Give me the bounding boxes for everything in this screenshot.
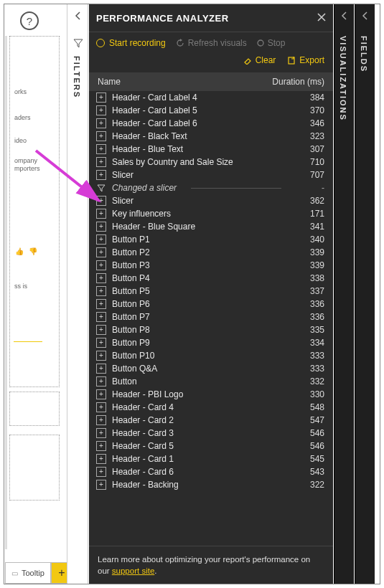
start-recording-button[interactable]: Start recording [96,38,166,48]
visual-placeholder[interactable] [9,392,60,426]
expand-row-button[interactable]: + [96,286,106,296]
clear-button[interactable]: Clear [243,55,276,65]
table-row[interactable]: + Sales by Country and Sale Size 710 [89,156,333,169]
expand-row-button[interactable]: + [96,93,106,103]
visual-placeholder[interactable]: orks aders ideo ompany mporters ss is [9,36,60,387]
table-row[interactable]: + Header - Blue Text 307 [89,143,333,156]
expand-row-button[interactable]: + [96,338,106,348]
expand-row-button[interactable]: + [96,260,106,270]
table-row[interactable]: + Button P8 335 [89,323,333,336]
expand-row-button[interactable]: + [96,325,106,335]
filters-icon[interactable] [67,32,89,54]
table-row[interactable]: + Button P10 333 [89,349,333,362]
results-list[interactable]: + Header - Card Label 4 384 + Header - C… [89,91,333,546]
fields-label: FIELDS [360,36,368,72]
table-row[interactable]: + Button P7 336 [89,310,333,323]
row-duration: 362 [281,196,324,206]
expand-row-button[interactable]: + [96,480,106,490]
expand-row-button[interactable]: + [96,144,106,154]
expand-row-button[interactable]: + [96,312,106,322]
page-tab-label: Tooltip [22,569,45,577]
expand-row-button[interactable]: + [96,364,106,374]
clear-label: Clear [256,55,276,65]
expand-row-button[interactable]: + [96,351,106,361]
expand-row-button[interactable]: + [96,105,106,115]
support-site-link[interactable]: support site [112,566,154,575]
expand-row-button[interactable]: + [96,454,106,464]
expand-row-button[interactable]: + [96,196,106,206]
table-row[interactable]: + Header - Card 4 548 [89,401,333,414]
expand-row-button[interactable]: + [96,415,106,425]
start-recording-label: Start recording [109,38,166,48]
table-row[interactable]: + Slicer 362 [89,194,333,207]
table-row[interactable]: + Header - Card 5 546 [89,440,333,452]
table-row[interactable]: + Header - Card 2 547 [89,414,333,427]
table-row[interactable]: + Header - Card 1 545 [89,452,333,465]
table-row[interactable]: + Button P5 337 [89,285,333,298]
table-row[interactable]: + Header - Card Label 5 370 [89,104,333,117]
canvas-scrollbar[interactable] [5,36,7,549]
expand-row-button[interactable]: + [96,389,106,399]
stop-button[interactable]: Stop [257,38,286,48]
feedback-icons[interactable]: 👍 👎 [15,247,39,255]
row-name: Button P6 [112,299,281,309]
expand-row-button[interactable]: + [96,273,106,283]
row-duration: 707 [281,170,324,180]
expand-row-button[interactable]: + [96,441,106,451]
fields-expand-button[interactable] [355,4,375,27]
visual-placeholder[interactable] [9,435,60,501]
expand-row-button[interactable]: + [96,170,106,180]
row-duration: 333 [281,351,324,361]
table-row[interactable]: + Button P1 340 [89,233,333,246]
row-name: Header - Card 6 [112,467,281,477]
table-row[interactable]: + Header - Black Text 323 [89,130,333,143]
expand-row-button[interactable]: + [96,118,106,128]
table-row[interactable]: + Header - PBI Logo 330 [89,388,333,401]
row-name: Sales by Country and Sale Size [112,157,281,167]
expand-row-button[interactable]: + [96,428,106,438]
refresh-visuals-label: Refresh visuals [188,38,247,48]
event-label: Changed a slicer [112,183,281,193]
table-row[interactable]: + Button P4 338 [89,272,333,285]
help-icon[interactable]: ? [20,11,39,30]
expand-row-button[interactable]: + [96,247,106,257]
column-header-duration[interactable]: Duration (ms) [260,77,324,87]
close-panel-button[interactable] [317,11,326,24]
table-row[interactable]: + Button P6 336 [89,298,333,310]
refresh-visuals-button[interactable]: Refresh visuals [176,38,247,48]
row-duration: 710 [281,157,324,167]
expand-row-button[interactable]: + [96,402,106,412]
row-name: Slicer [112,170,281,180]
export-button[interactable]: Export [287,55,324,65]
row-name: Header - Card Label 5 [112,105,281,115]
clear-export-row: Clear Export [89,52,333,72]
expand-row-button[interactable]: + [96,157,106,167]
table-row[interactable]: + Button 332 [89,375,333,388]
table-row[interactable]: + Header - Blue Square 341 [89,220,333,233]
table-row[interactable]: + Header - Backing 322 [89,478,333,491]
column-header-name[interactable]: Name [98,77,260,87]
table-row[interactable]: + Key influencers 171 [89,207,333,220]
filters-expand-button[interactable] [67,4,89,27]
row-name: Button P4 [112,273,281,283]
expand-row-button[interactable]: + [96,209,106,219]
table-row[interactable]: + Header - Card 3 546 [89,427,333,440]
visualizations-expand-button[interactable] [334,4,355,27]
expand-row-button[interactable]: + [96,222,106,232]
table-row[interactable]: + Slicer 707 [89,169,333,181]
table-row[interactable]: + Button P3 339 [89,259,333,272]
expand-row-button[interactable]: + [96,131,106,141]
page-tab-tooltip[interactable]: ▭ Tooltip [5,562,51,584]
row-duration: 546 [281,428,324,438]
table-row[interactable]: + Header - Card 6 543 [89,465,333,478]
expand-row-button[interactable]: + [96,234,106,245]
table-row[interactable]: + Header - Card Label 6 346 [89,117,333,130]
expand-row-button[interactable]: + [96,467,106,477]
table-row[interactable]: + Button P2 339 [89,246,333,259]
row-duration: 336 [281,312,324,322]
table-row[interactable]: + Button P9 334 [89,336,333,349]
expand-row-button[interactable]: + [96,299,106,309]
expand-row-button[interactable]: + [96,376,106,387]
table-row[interactable]: + Button Q&A 333 [89,362,333,375]
table-row[interactable]: + Header - Card Label 4 384 [89,91,333,104]
